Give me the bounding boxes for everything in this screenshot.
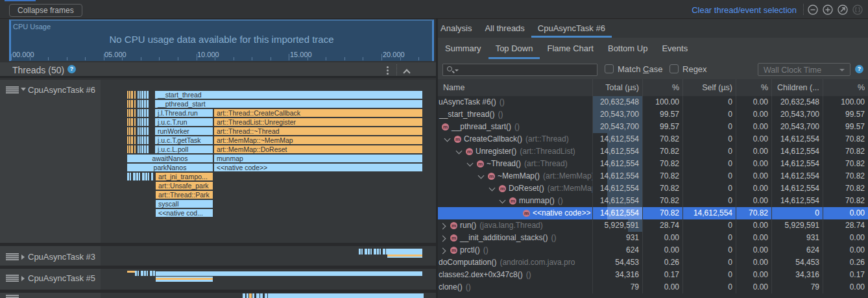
subtab-flame-chart[interactable]: Flame Chart (540, 38, 601, 59)
chevron-down-icon[interactable] (444, 136, 452, 143)
column-header[interactable]: Total (µs) (592, 79, 642, 96)
flame-bar[interactable]: j.u.c.L.poll (155, 145, 213, 153)
flame-bar[interactable]: art::MemMap::DoReset (214, 145, 422, 153)
subtab-bottom-up[interactable]: Bottom Up (601, 38, 655, 59)
flame-bar[interactable]: awaitNanos (127, 155, 213, 162)
flame-bar[interactable]: __start_thread (155, 91, 422, 99)
flame-bar[interactable]: parkNanos (127, 164, 213, 171)
table-row[interactable]: m__init_additional_stacks()()9310.0000.0… (438, 232, 868, 244)
zoom-to-selection-icon[interactable] (852, 5, 863, 15)
table-row[interactable]: __start_thread()()20,543,70099.5700.0020… (438, 108, 868, 121)
subtab-top-down[interactable]: Top Down (488, 38, 540, 59)
collapse-frames-button[interactable]: Collapse frames (9, 4, 82, 17)
flame-bar[interactable]: <<native code>> (214, 164, 422, 171)
table-row[interactable]: m<<native code>>14,612,55470.8214,612,55… (438, 207, 868, 219)
flame-bar[interactable]: j.u.c.T.run (155, 118, 213, 126)
flame-bar[interactable]: art::Unsafe_park (156, 182, 213, 190)
drag-handle-icon[interactable] (6, 275, 19, 282)
flame-bar[interactable] (243, 293, 271, 298)
match-case-checkbox[interactable] (605, 64, 614, 73)
flame-bar[interactable]: art::Thread::~Thread (214, 127, 422, 135)
thread-name[interactable]: CpuAsyncTask #5 (28, 273, 95, 283)
table-row[interactable]: uAsyncTask #6()()20,632,548100.0000.0020… (438, 96, 868, 108)
flame-bar[interactable] (387, 249, 422, 255)
match-case-label[interactable]: Match Case (618, 64, 662, 74)
search-input[interactable] (442, 64, 597, 76)
expand-thread-icon[interactable] (21, 255, 25, 260)
drag-handle-icon[interactable] (6, 295, 19, 298)
zoom-in-icon[interactable] (823, 5, 833, 15)
reset-zoom-icon[interactable] (838, 5, 848, 15)
subtab-summary[interactable]: Summary (438, 38, 488, 59)
flame-bar[interactable] (127, 173, 153, 180)
flame-bar[interactable] (127, 109, 149, 117)
table-row[interactable]: classes2.dex+0x347c8()()34,3160.1700.003… (438, 269, 868, 281)
thread-name[interactable]: CpuAsyncTask #3 (28, 252, 95, 262)
flame-bar[interactable] (127, 118, 149, 126)
flame-bar[interactable] (156, 278, 213, 280)
flame-bar[interactable]: art::Thread::Park (156, 191, 213, 199)
search-options-icon[interactable] (455, 69, 459, 71)
table-row[interactable]: m~MemMap()(art::MemMap)14,612,55470.8200… (438, 170, 868, 182)
column-header[interactable]: % (736, 79, 771, 96)
table-row[interactable]: mUnregister()(art::ThreadList)14,612,554… (438, 145, 868, 158)
chevron-right-icon[interactable] (440, 222, 448, 230)
flame-bar[interactable]: munmap (214, 155, 422, 162)
regex-checkbox[interactable] (669, 64, 679, 73)
clock-type-select[interactable]: Wall Clock Time (758, 63, 850, 76)
flame-bar[interactable] (156, 271, 422, 276)
chevron-right-icon[interactable] (440, 234, 448, 242)
flame-bar[interactable] (271, 293, 424, 298)
clock-help-icon[interactable]: ? (855, 65, 863, 73)
flame-bar[interactable] (127, 127, 149, 135)
expand-thread-icon[interactable] (21, 276, 25, 281)
tab-all-threads[interactable]: All threads (478, 19, 531, 38)
flame-bar[interactable] (387, 256, 422, 258)
flame-bar[interactable]: art::Thread::CreateCallback (214, 109, 422, 117)
table-row[interactable]: clone()()790.0000.00790.00 (438, 281, 868, 293)
table-row[interactable]: mprctl()()6240.0000.006240.00 (438, 244, 868, 256)
flame-bar[interactable]: j.u.c.T.getTask (155, 136, 213, 144)
flame-bar[interactable]: j.l.Thread.run (155, 109, 213, 117)
thread-name[interactable]: CpuAsyncTask #6 (28, 85, 95, 95)
more-options-icon[interactable] (387, 69, 389, 71)
flame-bar[interactable]: syscall (156, 200, 213, 208)
table-row[interactable]: mCreateCallback()(art::Thread)14,612,554… (438, 133, 868, 145)
table-row[interactable]: doComputation()(android.com.java.pro54,4… (438, 256, 868, 269)
clear-selection-link[interactable]: Clear thread/event selection (692, 5, 797, 15)
flame-bar[interactable] (127, 145, 149, 153)
chevron-down-icon[interactable] (455, 148, 463, 156)
chevron-down-icon[interactable] (488, 185, 496, 193)
threads-help-icon[interactable]: ? (67, 65, 76, 73)
flame-bar[interactable] (135, 271, 156, 276)
table-row[interactable]: mDoReset()(art::MemMap)14,612,55470.8200… (438, 182, 868, 195)
drag-handle-icon[interactable] (6, 253, 19, 260)
flame-bar[interactable]: art::MemMap::~MemMap (214, 136, 422, 144)
column-header[interactable]: % (642, 79, 682, 96)
flame-bar[interactable]: art_jni_trampo... (156, 173, 213, 180)
column-header[interactable]: Name (438, 79, 592, 96)
column-header[interactable]: Children (... (771, 79, 823, 96)
flame-bar[interactable] (359, 249, 387, 255)
drag-handle-icon[interactable] (6, 86, 19, 93)
collapse-thread-icon[interactable] (21, 88, 26, 91)
flame-bar[interactable] (127, 271, 135, 273)
zoom-out-icon[interactable] (808, 5, 818, 15)
chevron-right-icon[interactable] (440, 247, 448, 255)
flame-bar[interactable] (127, 136, 149, 144)
chevron-down-icon[interactable] (466, 160, 474, 168)
table-row[interactable]: mmunmap()()14,612,55470.8200.0014,612,55… (438, 195, 868, 207)
column-header[interactable]: Self (µs) (682, 79, 736, 96)
flame-bar[interactable]: <<native cod... (156, 209, 213, 217)
table-row[interactable]: m~Thread()(art::Thread)14,612,55470.8200… (438, 158, 868, 170)
tab-cpuasynctask-6[interactable]: CpuAsyncTask #6 (531, 19, 612, 38)
subtab-events[interactable]: Events (655, 38, 695, 59)
flame-bar[interactable]: __pthread_start (155, 100, 422, 108)
flame-bar[interactable] (127, 91, 149, 99)
flame-bar[interactable]: runWorker (155, 127, 213, 135)
flame-bar[interactable]: art::ThreadList::Unregister (214, 118, 422, 126)
chevron-down-icon[interactable] (499, 197, 507, 205)
regex-label[interactable]: Regex (682, 64, 707, 74)
chevron-down-icon[interactable] (477, 173, 485, 180)
column-header[interactable]: % (823, 79, 868, 96)
